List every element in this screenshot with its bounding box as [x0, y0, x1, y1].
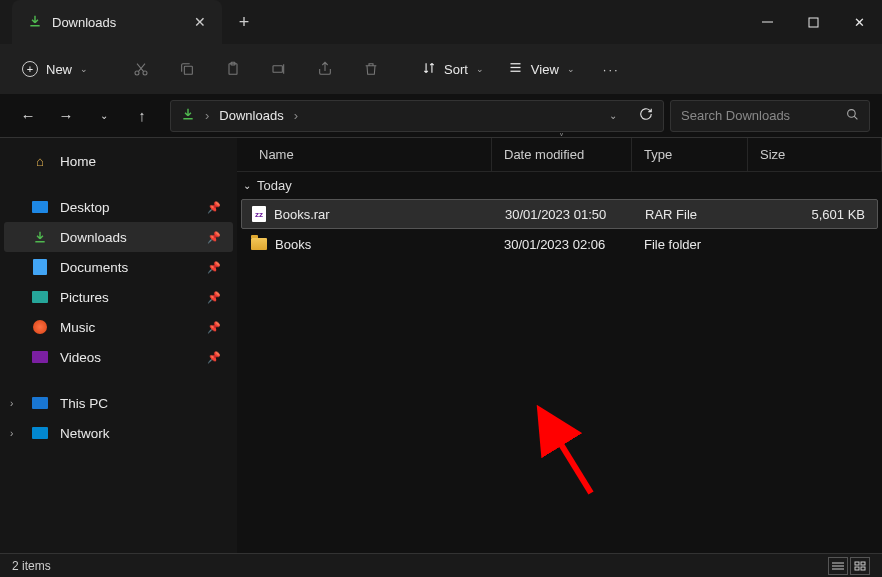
chevron-right-icon[interactable]: › [10, 398, 13, 409]
address-bar[interactable]: › Downloads › ⌄ [170, 100, 664, 132]
chevron-down-icon: ⌄ [80, 64, 88, 74]
file-date: 30/01/2023 01:50 [493, 207, 633, 222]
tab-title: Downloads [52, 15, 116, 30]
recent-dropdown[interactable]: ⌄ [88, 100, 120, 132]
home-icon: ⌂ [32, 153, 48, 169]
downloads-icon [32, 229, 48, 245]
up-button[interactable]: ↑ [126, 100, 158, 132]
details-view-button[interactable] [828, 557, 848, 575]
minimize-button[interactable] [744, 0, 790, 44]
sidebar-item-home[interactable]: ⌂ Home [4, 146, 233, 176]
file-date: 30/01/2023 02:06 [492, 237, 632, 252]
delete-button[interactable] [350, 51, 392, 87]
search-icon [846, 108, 859, 124]
annotation-arrow [535, 403, 607, 503]
sidebar-item-label: Network [60, 426, 110, 441]
pin-icon: 📌 [207, 351, 221, 364]
forward-button[interactable]: → [50, 100, 82, 132]
copy-button[interactable] [166, 51, 208, 87]
sidebar-item-label: Pictures [60, 290, 109, 305]
downloads-icon [181, 107, 195, 124]
file-type: File folder [632, 237, 748, 252]
file-type: RAR File [633, 207, 749, 222]
sidebar-item-documents[interactable]: Documents 📌 [4, 252, 233, 282]
svg-line-13 [543, 415, 591, 493]
column-type[interactable]: Type [632, 138, 748, 171]
svg-rect-20 [861, 567, 865, 570]
new-label: New [46, 62, 72, 77]
network-icon [32, 425, 48, 441]
file-size: 5,601 KB [749, 207, 877, 222]
new-button[interactable]: + New ⌄ [10, 55, 100, 83]
sidebar-item-this-pc[interactable]: › This PC [4, 388, 233, 418]
music-icon [32, 319, 48, 335]
sidebar-item-network[interactable]: › Network [4, 418, 233, 448]
pin-icon: 📌 [207, 291, 221, 304]
sidebar-item-pictures[interactable]: Pictures 📌 [4, 282, 233, 312]
view-button[interactable]: View ⌄ [498, 60, 585, 78]
svg-rect-4 [184, 66, 192, 74]
cut-button[interactable] [120, 51, 162, 87]
column-name[interactable]: Name [237, 138, 492, 171]
svg-point-11 [848, 109, 856, 117]
breadcrumb-location[interactable]: Downloads [219, 108, 283, 123]
chevron-right-icon[interactable]: › [10, 428, 13, 439]
navigation-bar: ← → ⌄ ↑ › Downloads › ⌄ Search Downloads [0, 94, 882, 138]
folder-icon [251, 238, 267, 250]
paste-button[interactable] [212, 51, 254, 87]
breadcrumb-separator: › [294, 108, 298, 123]
group-header[interactable]: ⌄ Today [237, 172, 882, 199]
breadcrumb-separator: › [205, 108, 209, 123]
file-list: Name Date modified Type Size ⌄ Today zz … [237, 138, 882, 553]
window-tab[interactable]: Downloads ✕ [12, 0, 222, 44]
search-input[interactable]: Search Downloads [670, 100, 870, 132]
view-label: View [531, 62, 559, 77]
plus-icon: + [22, 61, 38, 77]
sort-button[interactable]: Sort ⌄ [412, 61, 494, 78]
pin-icon: 📌 [207, 201, 221, 214]
sidebar-item-label: Downloads [60, 230, 127, 245]
maximize-button[interactable] [790, 0, 836, 44]
search-placeholder: Search Downloads [681, 108, 790, 123]
sidebar-item-label: Music [60, 320, 95, 335]
more-options-button[interactable]: ··· [589, 62, 634, 77]
sidebar-item-label: This PC [60, 396, 108, 411]
close-window-button[interactable]: ✕ [836, 0, 882, 44]
sidebar-item-music[interactable]: Music 📌 [4, 312, 233, 342]
pin-icon: 📌 [207, 261, 221, 274]
sidebar-item-videos[interactable]: Videos 📌 [4, 342, 233, 372]
sidebar-item-label: Home [60, 154, 96, 169]
svg-rect-19 [855, 567, 859, 570]
chevron-down-icon: ⌄ [567, 64, 575, 74]
rar-file-icon: zz [252, 206, 266, 222]
svg-rect-7 [273, 66, 282, 73]
column-date[interactable]: Date modified [492, 138, 632, 171]
svg-rect-18 [861, 562, 865, 565]
thumbnails-view-button[interactable] [850, 557, 870, 575]
view-icon [508, 60, 523, 78]
file-row[interactable]: Books 30/01/2023 02:06 File folder [237, 229, 882, 259]
documents-icon [32, 259, 48, 275]
close-tab-icon[interactable]: ✕ [194, 14, 206, 30]
status-bar: 2 items [0, 553, 882, 577]
sidebar-item-desktop[interactable]: Desktop 📌 [4, 192, 233, 222]
pictures-icon [32, 289, 48, 305]
sort-label: Sort [444, 62, 468, 77]
videos-icon [32, 349, 48, 365]
share-button[interactable] [304, 51, 346, 87]
file-row[interactable]: zz Books.rar 30/01/2023 01:50 RAR File 5… [241, 199, 878, 229]
toolbar: + New ⌄ Sort ⌄ View ⌄ ··· [0, 44, 882, 94]
column-size[interactable]: Size [748, 138, 882, 171]
group-label: Today [257, 178, 292, 193]
new-tab-button[interactable]: + [222, 12, 266, 33]
rename-button[interactable] [258, 51, 300, 87]
sidebar-item-label: Documents [60, 260, 128, 275]
sidebar: ⌂ Home Desktop 📌 Downloads 📌 Documents 📌… [0, 138, 237, 553]
sidebar-item-label: Videos [60, 350, 101, 365]
sidebar-item-downloads[interactable]: Downloads 📌 [4, 222, 233, 252]
file-name: Books [275, 237, 311, 252]
back-button[interactable]: ← [12, 100, 44, 132]
refresh-button[interactable] [639, 107, 653, 124]
address-dropdown[interactable]: ⌄ [609, 110, 617, 121]
pin-icon: 📌 [207, 321, 221, 334]
